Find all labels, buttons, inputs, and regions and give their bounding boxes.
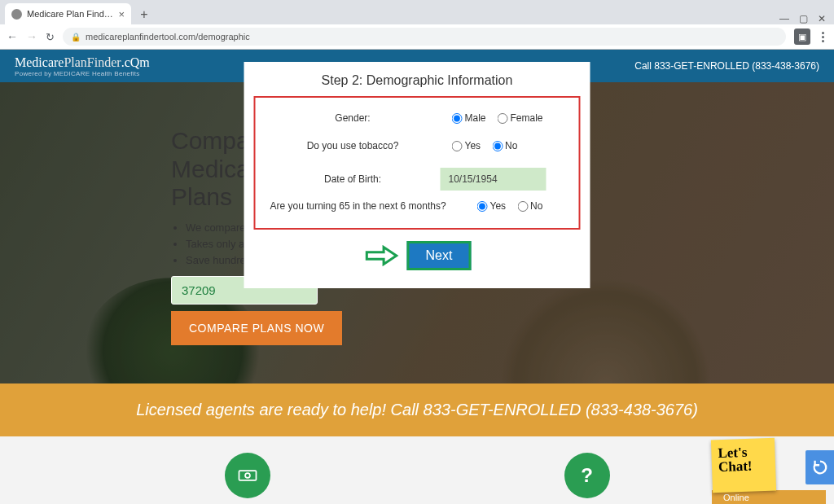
dob-label: Date of Birth: <box>266 173 441 185</box>
address-bar-row: ← → ↻ 🔒 medicareplanfindertool.com/demog… <box>0 24 834 49</box>
next-button[interactable]: Next <box>407 241 472 270</box>
modal-title: Step 2: Demographic Information <box>244 73 590 88</box>
tab-close-icon[interactable]: × <box>118 8 125 20</box>
turning65-row: Are you turning 65 in the next 6 months?… <box>261 199 574 220</box>
tab-title: Medicare Plan Finder | Medicar <box>27 9 113 19</box>
tab-bar: Medicare Plan Finder | Medicar × + — ▢ ✕ <box>0 0 834 24</box>
radio-input[interactable] <box>477 201 488 212</box>
dollar-icon <box>225 453 270 498</box>
radio-65-yes[interactable]: Yes <box>477 200 507 212</box>
new-tab-button[interactable]: + <box>134 5 154 24</box>
lock-icon: 🔒 <box>71 33 81 42</box>
browser-menu-icon[interactable] <box>819 32 827 42</box>
brand-mid: PlanFinder <box>64 55 121 69</box>
window-controls: — ▢ ✕ <box>779 13 834 24</box>
radio-input[interactable] <box>517 201 528 212</box>
info-col-save: Save Hundreds in Medicare Costs. If you … <box>98 453 397 504</box>
browser-chrome: Medicare Plan Finder | Medicar × + — ▢ ✕… <box>0 0 834 50</box>
forward-icon[interactable]: → <box>26 30 37 43</box>
brand: MedicarePlanFinder.cQm Powered by MEDICA… <box>15 55 150 77</box>
brand-end: .cQm <box>121 55 150 69</box>
next-row: Next <box>244 241 590 270</box>
gender-row: Gender: Male Female <box>261 104 574 132</box>
svg-rect-0 <box>239 471 256 480</box>
tab-favicon-icon <box>11 9 22 20</box>
dob-input[interactable] <box>441 168 546 191</box>
question-icon: ? <box>564 453 610 498</box>
radio-input[interactable] <box>452 113 463 124</box>
brand-subtitle: Powered by MEDICARE Health Benefits <box>15 70 150 77</box>
turning65-label: Are you turning 65 in the next 6 months? <box>266 200 477 212</box>
radio-input[interactable] <box>492 141 503 151</box>
radio-tobacco-no[interactable]: No <box>492 140 517 151</box>
radio-tobacco-yes[interactable]: Yes <box>452 140 481 151</box>
dob-row: Date of Birth: <box>261 160 574 199</box>
header-phone[interactable]: Call 833-GET-ENROLLED (833-438-3676) <box>634 60 819 72</box>
arrow-right-icon <box>363 245 401 266</box>
gender-label: Gender: <box>266 112 441 124</box>
svg-point-1 <box>245 473 250 478</box>
brand-main: Medicare <box>15 55 64 69</box>
agents-band: Licensed agents are ready to help! Call … <box>0 383 834 436</box>
reload-icon[interactable]: ↻ <box>46 31 55 43</box>
back-icon[interactable]: ← <box>7 30 18 43</box>
tobacco-label: Do you use tobacco? <box>266 140 441 151</box>
radio-female[interactable]: Female <box>498 112 543 124</box>
radio-65-no[interactable]: No <box>517 200 542 212</box>
chat-widget[interactable]: Let's Chat! Online <box>712 439 826 504</box>
radio-input[interactable] <box>498 113 508 124</box>
address-bar[interactable]: 🔒 medicareplanfindertool.com/demographic <box>63 28 786 46</box>
profile-icon[interactable]: ▣ <box>794 28 810 45</box>
compare-plans-button[interactable]: COMPARE PLANS NOW <box>171 311 342 345</box>
info-col-supplement: ? What are Medicare Supplement Plans? Me… <box>437 453 736 504</box>
info-section: Save Hundreds in Medicare Costs. If you … <box>0 436 834 504</box>
browser-tab[interactable]: Medicare Plan Finder | Medicar × <box>5 3 131 24</box>
form-box: Gender: Male Female Do you use tobacco? … <box>254 96 581 230</box>
gender-options: Male Female <box>441 112 569 124</box>
demographic-modal: Step 2: Demographic Information Gender: … <box>244 62 590 288</box>
turning65-options: Yes No <box>477 200 569 212</box>
tobacco-row: Do you use tobacco? Yes No <box>261 132 574 160</box>
page: MedicarePlanFinder.cQm Powered by MEDICA… <box>0 50 834 504</box>
tobacco-options: Yes No <box>441 140 569 151</box>
radio-input[interactable] <box>452 141 463 151</box>
minimize-icon[interactable]: — <box>779 13 789 24</box>
close-icon[interactable]: ✕ <box>818 13 826 24</box>
url-text: medicareplanfindertool.com/demographic <box>86 32 250 42</box>
dob-field-wrap <box>441 168 569 191</box>
chat-note[interactable]: Let's Chat! <box>711 438 776 493</box>
radio-male[interactable]: Male <box>452 112 486 124</box>
maximize-icon[interactable]: ▢ <box>799 13 808 24</box>
